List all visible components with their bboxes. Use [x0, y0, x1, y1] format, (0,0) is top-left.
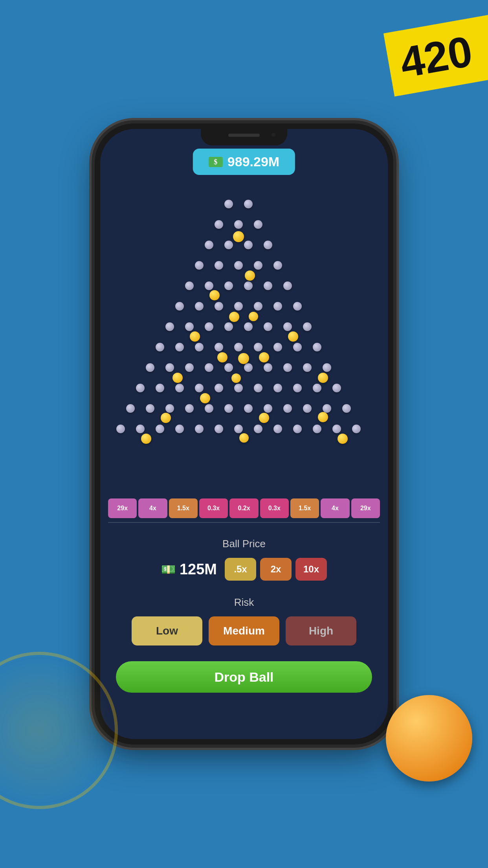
peg: [244, 404, 253, 413]
yellow-ball: [200, 393, 210, 403]
multiplier-1-5x-right: 1.5x: [290, 498, 319, 518]
mult-option-0-5x[interactable]: .5x: [225, 558, 256, 581]
peg: [264, 241, 272, 249]
risk-label: Risk: [116, 596, 372, 609]
drop-ball-button[interactable]: Drop Ball: [116, 661, 372, 693]
peg: [175, 302, 184, 311]
peg: [224, 281, 233, 290]
peg: [244, 322, 253, 331]
peg: [342, 404, 351, 413]
yellow-ball: [249, 312, 258, 321]
price-row: 💵 125M .5x 2x 10x: [116, 558, 372, 581]
peg: [215, 343, 223, 351]
peg: [273, 302, 282, 311]
peg: [313, 384, 321, 392]
peg: [195, 384, 204, 392]
yellow-ball: [161, 413, 171, 423]
peg: [195, 343, 204, 351]
peg: [205, 281, 213, 290]
yellow-ball: [245, 270, 255, 281]
peg: [303, 322, 312, 331]
peg: [156, 384, 164, 392]
peg: [264, 322, 272, 331]
multiplier-options[interactable]: .5x 2x 10x: [225, 558, 327, 581]
peg: [313, 343, 321, 351]
yellow-ball: [229, 312, 239, 322]
peg: [273, 343, 282, 351]
yellow-ball: [239, 433, 249, 443]
money-icon: [209, 157, 223, 167]
peg: [146, 404, 154, 413]
badge-text: 420: [396, 27, 476, 87]
peg: [254, 425, 262, 433]
peg: [185, 404, 194, 413]
peg: [156, 425, 164, 433]
peg: [175, 425, 184, 433]
badge-420: 420: [383, 15, 488, 96]
yellow-ball: [318, 373, 328, 383]
peg: [165, 363, 174, 372]
phone-frame: 989.29M: [95, 123, 393, 745]
plinko-board: 29x 4x 1.5x 0.3x 0.2x 0.3x 1.5x 4x 29x: [100, 188, 388, 522]
peg: [224, 404, 233, 413]
peg: [234, 302, 243, 311]
speaker: [228, 134, 260, 137]
multiplier-29x-left: 29x: [108, 498, 137, 518]
peg: [244, 200, 253, 208]
mult-option-2x[interactable]: 2x: [260, 558, 292, 581]
risk-low-button[interactable]: Low: [132, 616, 202, 645]
peg: [195, 302, 204, 311]
yellow-ball: [288, 331, 298, 342]
peg: [116, 425, 125, 433]
camera: [272, 133, 275, 137]
peg: [293, 343, 302, 351]
price-value: 125M: [180, 561, 217, 578]
peg: [332, 384, 341, 392]
multiplier-4x-right: 4x: [321, 498, 349, 518]
peg: [323, 404, 331, 413]
peg: [244, 241, 253, 249]
multiplier-29x-right: 29x: [351, 498, 380, 518]
peg: [185, 363, 194, 372]
peg: [224, 363, 233, 372]
peg: [175, 384, 184, 392]
yellow-ball: [172, 373, 183, 383]
peg: [224, 241, 233, 249]
peg: [146, 363, 154, 372]
peg: [136, 384, 145, 392]
peg: [254, 343, 262, 351]
yellow-ball: [190, 331, 200, 342]
peg: [205, 241, 213, 249]
peg: [175, 343, 184, 351]
peg: [215, 425, 223, 433]
risk-high-button[interactable]: High: [286, 616, 356, 645]
peg: [234, 384, 243, 392]
peg: [264, 363, 272, 372]
peg: [126, 404, 135, 413]
peg: [234, 261, 243, 270]
risk-medium-button[interactable]: Medium: [209, 616, 279, 645]
peg: [303, 404, 312, 413]
mult-option-10x[interactable]: 10x: [295, 558, 327, 581]
multiplier-0-3x-left: 0.3x: [199, 498, 228, 518]
ball-price-label: Ball Price: [116, 538, 372, 550]
balance-amount: 989.29M: [227, 154, 279, 169]
peg: [156, 343, 164, 351]
peg: [185, 281, 194, 290]
risk-row[interactable]: Low Medium High: [116, 616, 372, 645]
peg: [254, 220, 262, 229]
peg: [244, 363, 253, 372]
peg: [136, 425, 145, 433]
peg: [264, 281, 272, 290]
yellow-ball: [233, 231, 244, 242]
yellow-ball: [231, 373, 241, 383]
peg: [205, 322, 213, 331]
balance-box: 989.29M: [193, 149, 295, 175]
peg: [234, 425, 243, 433]
peg: [303, 363, 312, 372]
peg: [293, 425, 302, 433]
peg: [224, 200, 233, 208]
peg: [215, 220, 223, 229]
multiplier-4x-left: 4x: [138, 498, 167, 518]
divider: [108, 522, 380, 523]
